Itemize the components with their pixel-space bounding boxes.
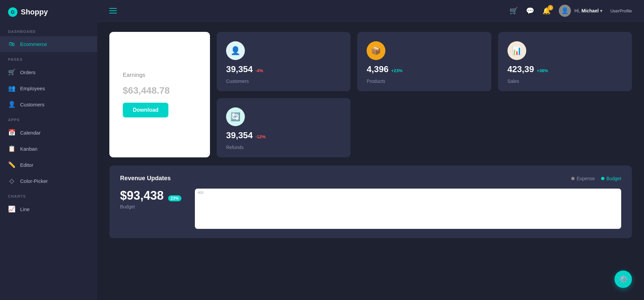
editor-icon: ✏️	[8, 161, 15, 168]
kanban-icon: 📋	[8, 145, 15, 152]
app-name: Shoppy	[21, 8, 48, 16]
revenue-section: Revenue Updates Expense Budget $93,438	[109, 165, 632, 238]
settings-fab[interactable]: ⚙️	[614, 270, 632, 288]
stat-card-refunds: 🔄39,354-12%Refunds	[217, 98, 351, 157]
revenue-amount-row: $93,438 23%	[120, 189, 181, 203]
chat-icon-button[interactable]: 💬	[526, 7, 534, 15]
budget-legend: Budget	[601, 176, 621, 181]
customers-icon: 👤	[8, 101, 15, 108]
sidebar-item-orders[interactable]: 🛒Orders	[0, 64, 97, 80]
refunds-icon: 🔄	[226, 107, 245, 126]
stat-card-customers: 👤39,354-4%Customers	[217, 32, 351, 91]
earnings-card: Earnings $63,448.78 Download	[109, 32, 210, 157]
avatar: 👤	[559, 5, 571, 17]
budget-dot	[601, 177, 604, 180]
revenue-left: $93,438 23% Budget	[120, 189, 181, 209]
sidebar-item-kanban[interactable]: 📋Kanban	[0, 141, 97, 157]
ecommerce-icon: 🛍	[8, 41, 15, 48]
user-profile-link[interactable]: UserProfile	[610, 8, 632, 13]
products-icon: 📦	[367, 41, 385, 60]
sales-label: Sales	[507, 79, 623, 84]
sidebar-item-label-orders: Orders	[20, 69, 36, 75]
sales-value: 423,39	[507, 64, 534, 74]
content-area: Earnings $63,448.78 Download 👤39,354-4%C…	[97, 22, 644, 300]
customers-value: 39,354	[226, 64, 253, 74]
revenue-header: Revenue Updates Expense Budget	[120, 175, 621, 182]
customers-label: Customers	[226, 79, 341, 84]
sidebar-item-label-editor: Editor	[20, 162, 33, 168]
customers-value-row: 39,354-4%	[226, 64, 341, 74]
revenue-sub-label: Budget	[120, 204, 181, 209]
sales-icon: 📊	[507, 41, 526, 60]
employees-icon: 👥	[8, 85, 15, 92]
revenue-badge: 23%	[168, 195, 181, 201]
sidebar-item-editor[interactable]: ✏️Editor	[0, 157, 97, 173]
topbar-right: 🛒 💬 🔔 1 👤 Hi, Michael ▾ UserProfile	[509, 5, 632, 17]
color-picker-icon: ◇	[8, 177, 15, 185]
stat-cards-grid: 👤39,354-4%Customers📦4,396+23%Products📊42…	[217, 32, 632, 157]
sidebar-item-label-line: Line	[20, 206, 30, 212]
line-icon: 📈	[8, 205, 15, 213]
expense-dot	[571, 177, 575, 180]
earnings-value: $63,448.78	[123, 85, 197, 96]
download-button[interactable]: Download	[123, 103, 168, 117]
sales-value-row: 423,39+38%	[507, 64, 623, 74]
hamburger-button[interactable]	[109, 8, 117, 13]
sidebar-section-label-dashboard: DASHBOARD	[0, 24, 97, 36]
products-value-row: 4,396+23%	[367, 64, 482, 74]
expense-legend-label: Expense	[577, 176, 595, 181]
sidebar-section-label-apps: APPS	[0, 112, 97, 124]
stat-card-products: 📦4,396+23%Products	[357, 32, 491, 91]
sidebar-item-label-color-picker: Color-Picker	[20, 178, 48, 184]
notification-badge: 1	[548, 5, 553, 10]
sidebar: G Shoppy DASHBOARD🛍EcommercePAGES🛒Orders…	[0, 0, 97, 300]
sidebar-item-line[interactable]: 📈Line	[0, 201, 97, 217]
logo-icon: G	[8, 7, 17, 17]
sidebar-item-label-ecommerce: Ecommerce	[20, 41, 47, 47]
cart-icon-button[interactable]: 🛒	[509, 7, 518, 15]
app-logo[interactable]: G Shoppy	[0, 0, 97, 24]
sidebar-item-label-calendar: Calendar	[20, 130, 41, 136]
topbar: 🛒 💬 🔔 1 👤 Hi, Michael ▾ UserProfile	[97, 0, 644, 22]
cards-row: Earnings $63,448.78 Download 👤39,354-4%C…	[109, 32, 632, 157]
earnings-label: Earnings	[123, 72, 197, 79]
revenue-chart: 400	[195, 189, 621, 229]
refunds-label: Refunds	[226, 145, 341, 150]
customers-icon: 👤	[226, 41, 245, 60]
sidebar-item-customers[interactable]: 👤Customers	[0, 96, 97, 112]
user-greeting: Hi, Michael ▾	[574, 8, 602, 13]
revenue-legend: Expense Budget	[571, 176, 621, 181]
products-value: 4,396	[367, 64, 388, 74]
sidebar-section-label-charts: CHARTS	[0, 189, 97, 201]
refunds-value-row: 39,354-12%	[226, 130, 341, 141]
sidebar-item-employees[interactable]: 👥Employees	[0, 80, 97, 96]
orders-icon: 🛒	[8, 68, 15, 76]
sidebar-item-label-employees: Employees	[20, 86, 45, 91]
budget-legend-label: Budget	[606, 176, 621, 181]
revenue-title: Revenue Updates	[120, 175, 171, 182]
sales-change: +38%	[537, 68, 548, 73]
sidebar-item-ecommerce[interactable]: 🛍Ecommerce	[0, 36, 97, 52]
sidebar-item-label-kanban: Kanban	[20, 146, 38, 152]
refunds-change: -12%	[256, 134, 266, 139]
expense-legend: Expense	[571, 176, 595, 181]
user-info[interactable]: 👤 Hi, Michael ▾	[559, 5, 602, 17]
refunds-value: 39,354	[226, 130, 253, 141]
bell-icon-button[interactable]: 🔔 1	[542, 7, 551, 15]
topbar-left	[109, 8, 117, 13]
sidebar-item-label-customers: Customers	[20, 102, 45, 107]
products-label: Products	[367, 79, 482, 84]
customers-change: -4%	[256, 68, 263, 73]
main-area: 🛒 💬 🔔 1 👤 Hi, Michael ▾ UserProfile Earn…	[97, 0, 644, 300]
calendar-icon: 📅	[8, 129, 15, 136]
sidebar-item-color-picker[interactable]: ◇Color-Picker	[0, 173, 97, 189]
revenue-body: $93,438 23% Budget 400	[120, 189, 621, 229]
chart-y-label: 400	[198, 191, 204, 195]
revenue-amount: $93,438	[120, 189, 164, 202]
stat-card-sales: 📊423,39+38%Sales	[498, 32, 632, 91]
products-change: +23%	[391, 68, 402, 73]
sidebar-section-label-pages: PAGES	[0, 52, 97, 64]
sidebar-item-calendar[interactable]: 📅Calendar	[0, 124, 97, 141]
